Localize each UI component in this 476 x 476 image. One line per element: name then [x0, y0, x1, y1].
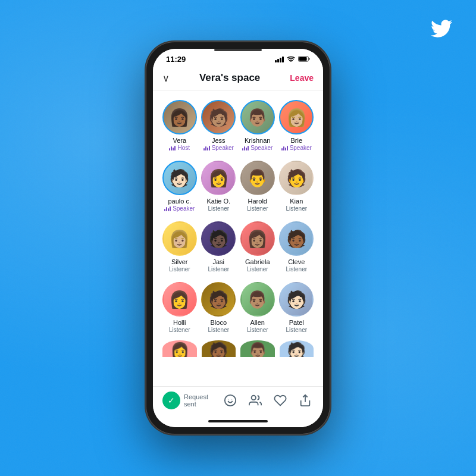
participant-role: Listener	[286, 327, 307, 333]
participant-brie[interactable]: 👩🏼 Brie Speaker	[277, 95, 317, 156]
phone-frame: 11:29	[146, 42, 330, 434]
avatar-wrapper: 👩🏼	[162, 221, 197, 256]
participant-silver[interactable]: 👩🏼 Silver Listener	[160, 217, 199, 277]
role-label: Speaker	[212, 145, 234, 151]
svg-point-4	[228, 399, 229, 400]
svg-point-6	[252, 396, 256, 400]
emoji-button[interactable]	[222, 392, 239, 409]
speaking-icon	[242, 146, 249, 151]
home-indicator	[153, 415, 323, 427]
participants-content: 👩🏾 Vera Host 🧑🏽 Jess	[153, 90, 323, 386]
participant-name: Gabriela	[245, 258, 270, 265]
partial-avatar-0: 👩	[160, 338, 199, 359]
participant-name: Harold	[248, 198, 267, 205]
share-button[interactable]	[297, 392, 314, 409]
participant-katie-o.[interactable]: 👩 Katie O. Listener	[199, 156, 239, 217]
role-label: Listener	[169, 327, 190, 333]
partial-avatar-3: 🧑🏻	[277, 338, 317, 359]
speaking-icon	[164, 206, 171, 211]
participant-paulo-c.[interactable]: 🧑🏻 paulo c. Speaker	[160, 156, 199, 217]
avatar: 🧑🏿	[201, 221, 236, 256]
participant-holli[interactable]: 👩 Holli Listener	[160, 277, 199, 338]
participant-name: paulo c.	[168, 198, 191, 205]
avatar-wrapper: 🧑🏿	[201, 221, 236, 256]
participant-allen[interactable]: 👨🏽 Allen Listener	[238, 277, 277, 338]
chevron-down-icon[interactable]: ∨	[162, 73, 170, 84]
status-time: 11:29	[166, 55, 186, 64]
speaking-icon	[203, 146, 210, 151]
participant-name: Katie O.	[206, 198, 230, 205]
participant-role: Listener	[208, 205, 229, 212]
status-bar: 11:29	[153, 49, 323, 67]
participant-cleve[interactable]: 🧑🏾 Cleve Listener	[277, 217, 317, 277]
avatar: 👨🏽	[240, 282, 275, 317]
bottom-bar: ✓ Request sent	[153, 386, 323, 415]
role-label: Listener	[208, 205, 229, 212]
heart-button[interactable]	[272, 392, 289, 409]
participant-jess[interactable]: 🧑🏽 Jess Speaker	[199, 95, 239, 156]
svg-point-3	[225, 395, 236, 406]
role-label: Speaker	[250, 145, 273, 151]
role-label: Listener	[247, 205, 268, 212]
participant-role: Listener	[169, 327, 190, 333]
participant-name: Allen	[250, 319, 265, 326]
role-label: Listener	[286, 266, 307, 273]
participant-role: Listener	[169, 266, 190, 273]
partial-avatars-row: 👩 🧑🏾 👨🏽 🧑🏻	[155, 338, 321, 359]
people-button[interactable]	[247, 392, 264, 409]
participant-kian[interactable]: 🧑 Kian Listener	[277, 156, 317, 217]
participant-name: Holli	[173, 319, 186, 326]
avatar-wrapper: 🧑🏻	[162, 161, 197, 195]
participant-patel[interactable]: 🧑🏻 Patel Listener	[277, 277, 317, 338]
participants-grid: 👩🏾 Vera Host 🧑🏽 Jess	[155, 95, 321, 338]
role-label: Host	[177, 145, 190, 151]
app-header: ∨ Vera's space Leave	[153, 67, 323, 90]
leave-button[interactable]: Leave	[290, 73, 314, 83]
avatar-wrapper: 👩🏾	[162, 100, 197, 134]
participant-name: Silver	[171, 258, 188, 265]
twitter-logo	[431, 18, 452, 45]
role-label: Listener	[247, 266, 268, 273]
participant-role: Listener	[208, 266, 229, 273]
request-sent-area: ✓ Request sent	[162, 392, 222, 409]
partial-avatar-1: 🧑🏾	[199, 338, 239, 359]
signal-icon	[275, 57, 284, 62]
battery-icon	[298, 56, 310, 63]
role-label: Listener	[169, 266, 190, 273]
avatar: 👩🏽	[240, 221, 275, 256]
participant-name: Jess	[212, 137, 226, 144]
participant-krishnan[interactable]: 👨🏽 Krishnan Speaker	[238, 95, 277, 156]
avatar-wrapper: 🧑🏾	[279, 221, 314, 256]
participant-jasi[interactable]: 🧑🏿 Jasi Listener	[199, 217, 239, 277]
participant-name: Kian	[290, 198, 303, 205]
avatar-wrapper: 👩	[201, 161, 236, 195]
participant-role: Speaker	[281, 145, 312, 151]
request-sent-label: Request sent	[184, 393, 222, 408]
phone-screen: 11:29	[153, 49, 323, 427]
avatar: 👨🏽	[240, 100, 275, 134]
participant-harold[interactable]: 👨 Harold Listener	[238, 156, 277, 217]
participant-name: Bloco	[210, 319, 227, 326]
avatar: 👩🏼	[279, 100, 314, 134]
status-icons	[275, 56, 310, 63]
partial-avatar-2: 👨🏽	[238, 338, 277, 359]
svg-point-0	[290, 61, 292, 61]
avatar-wrapper: 👩🏼	[279, 100, 314, 134]
participant-vera[interactable]: 👩🏾 Vera Host	[160, 95, 199, 156]
avatar: 🧑🏻	[162, 161, 197, 195]
avatar-wrapper: 👩	[162, 282, 197, 317]
role-label: Listener	[286, 327, 307, 333]
avatar: 👨	[240, 161, 275, 195]
participant-role: Listener	[208, 327, 229, 333]
participant-name: Brie	[290, 137, 302, 144]
avatar: 👩	[201, 161, 236, 195]
avatar-wrapper: 👨🏽	[240, 100, 275, 134]
participant-gabriela[interactable]: 👩🏽 Gabriela Listener	[238, 217, 277, 277]
space-title: Vera's space	[199, 72, 260, 84]
participant-role: Host	[169, 145, 190, 151]
avatar-wrapper: 🧑🏾	[201, 282, 236, 317]
role-label: Speaker	[173, 205, 195, 212]
svg-point-5	[231, 399, 232, 400]
avatar: 👩🏼	[162, 221, 197, 256]
participant-bloco[interactable]: 🧑🏾 Bloco Listener	[199, 277, 239, 338]
